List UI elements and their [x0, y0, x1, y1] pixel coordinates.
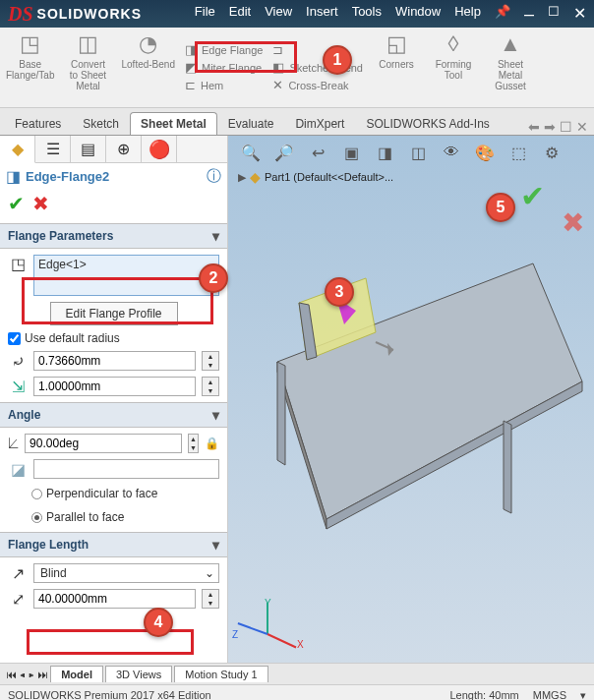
tab-features[interactable]: Features — [4, 112, 72, 135]
status-length: Length: 40mm — [449, 689, 518, 700]
section-angle[interactable]: Angle▾ — [0, 402, 227, 428]
doc-back-icon[interactable]: ⬅ — [528, 119, 540, 135]
tab-sheet-metal[interactable]: Sheet Metal — [130, 112, 217, 135]
highlight-selection-box — [22, 277, 213, 324]
end-condition-select[interactable]: Blind⌄ — [33, 563, 219, 583]
property-manager: ◆ ☰ ▤ ⊕ 🔴 ◨ Edge-Flange2 ⓘ ✔ ✖ Flange Pa… — [0, 136, 228, 663]
maximize-icon[interactable]: ☐ — [548, 4, 560, 25]
tab-model[interactable]: Model — [50, 666, 103, 682]
btab-nav[interactable]: ⏮ ◀ ▶ ⏭ — [6, 669, 48, 680]
menu-view[interactable]: View — [265, 4, 292, 25]
cross-break-button[interactable]: ✕Cross-Break — [272, 78, 363, 92]
menu-bar: File Edit View Insert Tools Window Help … — [142, 4, 594, 25]
fm-tabs: ◆ ☰ ▤ ⊕ 🔴 — [0, 136, 227, 163]
fm-tab-display[interactable]: 🔴 — [142, 136, 177, 162]
sheet-metal-part — [228, 136, 592, 657]
tab-motion-study[interactable]: Motion Study 1 — [174, 666, 267, 682]
angle-spinner[interactable]: ▲▼ — [188, 434, 199, 453]
help-icon[interactable]: ⓘ — [207, 167, 221, 186]
length-icon: ⤢ — [8, 590, 28, 609]
highlight-edge-flange — [195, 41, 297, 73]
app-name: SOLIDWORKS — [37, 6, 142, 22]
menu-help[interactable]: Help — [454, 4, 481, 25]
length-spinner[interactable]: ▲▼ — [202, 589, 219, 609]
tab-addins[interactable]: SOLIDWORKS Add-Ins — [355, 112, 500, 135]
feature-name: Edge-Flange2 — [26, 169, 109, 184]
base-flange-button[interactable]: ◳Base Flange/Tab — [6, 31, 54, 103]
graphics-viewport[interactable]: 🔍 🔎 ↩ ▣ ◨ ◫ 👁 🎨 ⬚ ⚙ ▶ ◆ Part1 (Default<<… — [228, 136, 594, 663]
menu-window[interactable]: Window — [395, 4, 441, 25]
svg-marker-3 — [277, 362, 285, 465]
menu-tools[interactable]: Tools — [352, 4, 382, 25]
tab-dimxpert[interactable]: DimXpert — [284, 112, 355, 135]
accept-button[interactable]: ✔ — [8, 192, 25, 215]
fm-tab-feature[interactable]: ◆ — [0, 136, 35, 163]
lofted-bend-button[interactable]: ◔Lofted-Bend — [121, 31, 175, 103]
status-bar: SOLIDWORKS Premium 2017 x64 Edition Leng… — [0, 684, 594, 700]
svg-marker-4 — [504, 421, 511, 513]
angle-icon: ⟀ — [8, 435, 19, 452]
gap-icon: ⇲ — [8, 378, 28, 396]
feature-header: ◨ Edge-Flange2 ⓘ — [0, 163, 227, 190]
angle-input[interactable] — [25, 434, 182, 453]
bend-radius-input[interactable] — [33, 351, 196, 371]
tab-3d-views[interactable]: 3D Views — [105, 666, 172, 682]
parallel-radio[interactable]: Parallel to face — [8, 508, 219, 526]
forming-tool-button[interactable]: ◊Forming Tool — [430, 31, 477, 103]
radius-icon: ⤾ — [8, 352, 28, 371]
edge-flange-icon: ◨ — [6, 167, 21, 186]
perpendicular-radio[interactable]: Perpendicular to face — [8, 485, 219, 502]
callout-2: 2 — [199, 263, 228, 293]
end-cond-icon: ↗ — [8, 564, 28, 583]
section-flange-length[interactable]: Flange Length▾ — [0, 532, 227, 557]
fm-tab-config[interactable]: ▤ — [71, 136, 106, 162]
face-input[interactable] — [33, 459, 219, 479]
menu-edit[interactable]: Edit — [229, 4, 251, 25]
gap-spinner[interactable]: ▲▼ — [202, 377, 219, 396]
bend-radius-spinner[interactable]: ▲▼ — [202, 351, 219, 371]
tab-sketch[interactable]: Sketch — [72, 112, 130, 135]
gap-input[interactable] — [33, 377, 196, 396]
fm-tab-pm[interactable]: ☰ — [35, 136, 71, 162]
status-version: SOLIDWORKS Premium 2017 x64 Edition — [8, 689, 211, 700]
doc-restore-icon[interactable]: ☐ — [560, 119, 572, 135]
hem-button[interactable]: ⊏Hem — [185, 78, 263, 92]
callout-5: 5 — [486, 193, 515, 222]
close-icon[interactable]: ✕ — [573, 4, 586, 25]
lock-icon[interactable]: 🔒 — [205, 437, 219, 450]
use-default-radius-checkbox[interactable]: Use default radius — [8, 331, 219, 345]
callout-1: 1 — [323, 45, 352, 75]
status-units[interactable]: MMGS — [533, 689, 566, 700]
highlight-length-input — [27, 629, 194, 655]
fm-tab-dim[interactable]: ⊕ — [106, 136, 142, 162]
command-tabs: Features Sketch Sheet Metal Evaluate Dim… — [0, 108, 594, 136]
logo-ds-icon: DS — [8, 3, 33, 26]
convert-sheet-button[interactable]: ◫Convert to Sheet Metal — [64, 31, 111, 103]
title-bar: DS SOLIDWORKS File Edit View Insert Tool… — [0, 0, 594, 28]
pin-icon[interactable]: 📌 — [495, 4, 510, 25]
length-input[interactable] — [33, 589, 196, 609]
callout-3: 3 — [325, 277, 354, 307]
status-options-icon[interactable]: ▾ — [580, 689, 586, 701]
doc-fwd-icon[interactable]: ➡ — [544, 119, 556, 135]
face-icon: ◪ — [8, 460, 28, 479]
minimize-icon[interactable]: – — [524, 4, 534, 25]
menu-file[interactable]: File — [195, 4, 215, 25]
cancel-button[interactable]: ✖ — [32, 192, 49, 215]
tab-evaluate[interactable]: Evaluate — [217, 112, 285, 135]
corners-button[interactable]: ◱Corners — [373, 31, 420, 103]
ribbon: ◳Base Flange/Tab ◫Convert to Sheet Metal… — [0, 28, 594, 108]
callout-4: 4 — [144, 608, 173, 637]
doc-close-icon[interactable]: ✕ — [576, 119, 588, 135]
edge-select-icon: ◳ — [8, 255, 28, 273]
section-flange-params[interactable]: Flange Parameters▾ — [0, 223, 227, 249]
gusset-button[interactable]: ▲Sheet Metal Gusset — [487, 31, 534, 103]
menu-insert[interactable]: Insert — [306, 4, 338, 25]
bottom-tabs: ⏮ ◀ ▶ ⏭ Model 3D Views Motion Study 1 — [0, 663, 594, 684]
